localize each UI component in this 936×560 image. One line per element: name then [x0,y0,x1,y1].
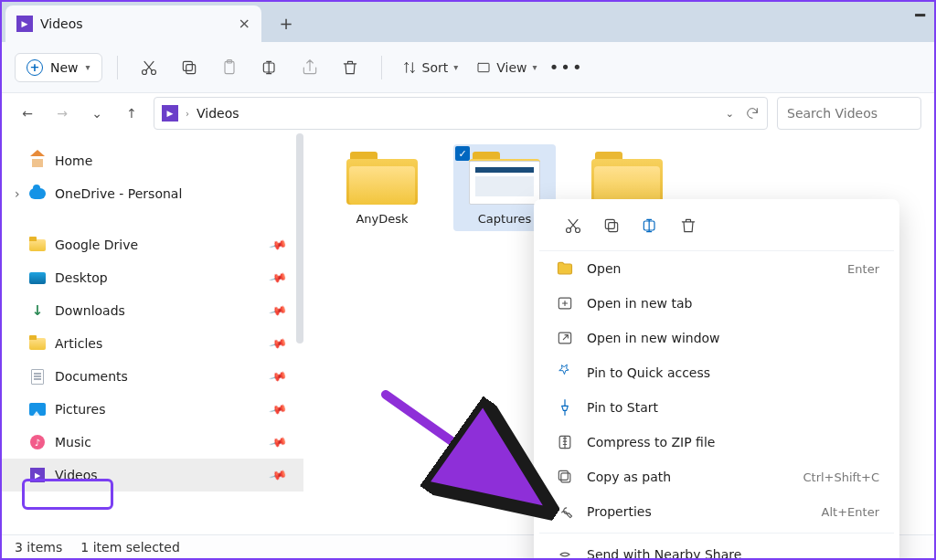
folder-icon [469,150,540,205]
pin-icon: 📌 [268,367,287,386]
sidebar-item-downloads[interactable]: ↓ Downloads 📌 [2,294,303,327]
delete-icon[interactable] [671,210,706,241]
desktop-icon [29,272,46,284]
history-chevron-icon[interactable]: ⌄ [84,100,110,126]
status-selected: 1 item selected [80,540,180,555]
sidebar-item-label: Videos [55,468,261,482]
forward-button[interactable]: → [49,100,75,126]
copy-icon[interactable] [594,210,629,241]
window-tab[interactable]: Videos × [5,5,261,42]
ctx-properties[interactable]: Properties Alt+Enter [539,494,894,529]
svg-rect-11 [605,219,614,228]
sidebar-item-onedrive[interactable]: OneDrive - Personal [2,177,303,210]
sidebar-item-label: OneDrive - Personal [55,186,294,201]
context-menu-quickactions [539,205,894,251]
ctx-open-new-window[interactable]: Open in new window [539,321,894,355]
sort-button[interactable]: Sort ▾ [397,51,464,84]
chevron-down-icon[interactable]: ⌄ [726,108,734,120]
zip-icon [556,433,574,451]
sidebar-item-google-drive[interactable]: Google Drive 📌 [2,228,303,261]
sidebar-item-pictures[interactable]: Pictures 📌 [2,393,303,426]
address-bar[interactable]: › Videos ⌄ [154,97,768,130]
ctx-open-new-tab[interactable]: Open in new tab [539,286,894,321]
view-icon [476,60,491,75]
cut-icon[interactable] [556,210,590,241]
new-tab-button[interactable]: + [272,9,300,37]
new-button[interactable]: + New ▾ [15,53,102,82]
folder-icon [346,150,418,205]
search-box[interactable] [777,97,921,130]
sidebar-item-label: Home [55,153,294,168]
svg-rect-17 [558,470,568,480]
svg-rect-7 [478,63,489,71]
delete-icon[interactable] [334,51,367,84]
sidebar-item-label: Music [55,435,261,449]
sidebar-item-music[interactable]: ♪ Music 📌 [2,426,303,459]
sidebar-item-label: Documents [55,369,261,384]
chevron-down-icon: ▾ [453,62,458,72]
ctx-pin-start[interactable]: Pin to Start [539,390,894,425]
pin-icon [556,398,574,417]
paste-icon[interactable] [213,51,246,84]
titlebar: Videos × + ━ [2,2,934,42]
video-icon [30,468,45,482]
folder-name: AnyDesk [356,212,408,226]
sidebar-scrollbar[interactable] [296,133,303,343]
ellipsis-icon: ••• [549,58,584,77]
search-input[interactable] [787,106,911,121]
sidebar-item-label: Desktop [55,270,261,285]
svg-rect-16 [561,473,570,482]
nav-row: ← → ⌄ ↑ › Videos ⌄ [2,93,934,133]
ctx-open[interactable]: Open Enter [539,251,894,286]
breadcrumb-current[interactable]: Videos [197,106,239,121]
sidebar-item-desktop[interactable]: Desktop 📌 [2,261,303,294]
wrench-icon [556,502,574,521]
ctx-copy-path[interactable]: Copy as path Ctrl+Shift+C [539,460,894,494]
pin-icon: 📌 [268,301,287,321]
videos-app-icon [16,16,33,32]
tab-title: Videos [40,16,83,31]
ctx-label: Open in new window [587,331,720,345]
folder-anydesk[interactable]: AnyDesk [331,144,433,231]
pin-icon: 📌 [268,334,287,354]
rename-icon[interactable] [253,51,286,84]
up-button[interactable]: ↑ [119,100,144,126]
share-icon[interactable] [293,51,326,84]
chevron-down-icon: ▾ [533,62,537,72]
ctx-pin-quick-access[interactable]: Pin to Quick access [539,355,894,390]
view-label: View [496,60,526,75]
cut-icon[interactable] [133,51,165,84]
ctx-label: Send with Nearby Share [587,547,741,560]
minimize-icon[interactable]: ━ [915,5,925,25]
folder-icon [29,239,46,251]
toolbar: + New ▾ Sort ▾ View ▾ ••• [2,42,934,93]
more-button[interactable]: ••• [550,51,583,84]
context-menu: Open Enter Open in new tab Open in new w… [534,199,899,560]
ctx-shortcut: Enter [847,262,879,276]
ctx-compress-zip[interactable]: Compress to ZIP file [539,425,894,460]
rename-icon[interactable] [633,210,667,241]
sidebar-item-videos[interactable]: Videos 📌 [2,459,303,491]
ctx-nearby-share[interactable]: Send with Nearby Share [539,537,894,560]
refresh-icon[interactable] [745,106,760,121]
sidebar-item-label: Downloads [55,303,261,318]
sidebar-item-documents[interactable]: Documents 📌 [2,360,303,393]
back-button[interactable]: ← [15,100,40,126]
sidebar-item-articles[interactable]: Articles 📌 [2,327,303,360]
selection-check-icon: ✓ [455,146,470,161]
new-tab-icon [556,294,574,312]
ctx-shortcut: Ctrl+Shift+C [803,470,879,484]
sidebar-item-label: Pictures [55,402,261,417]
nearby-share-icon [556,545,574,560]
close-tab-icon[interactable]: × [239,16,250,31]
sort-label: Sort [422,60,449,75]
view-button[interactable]: View ▾ [471,51,542,84]
folder-name: Captures [478,212,531,226]
pin-icon: 📌 [268,433,287,452]
sort-icon [402,60,417,75]
sidebar-item-home[interactable]: Home [2,144,303,177]
copy-icon[interactable] [173,51,206,84]
pin-icon: 📌 [268,269,287,288]
svg-rect-3 [183,61,192,70]
new-label: New [50,60,79,75]
